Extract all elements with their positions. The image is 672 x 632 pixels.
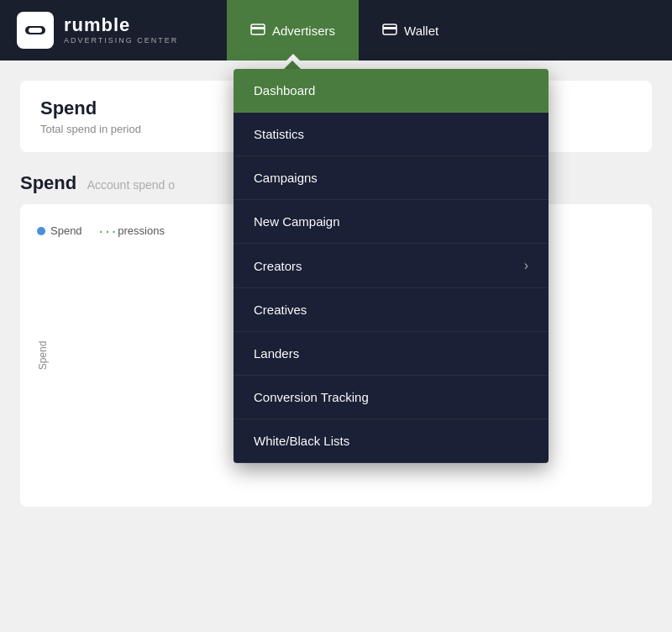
dropdown-overlay: Dashboard Statistics Campaigns New Campa…	[234, 61, 549, 463]
legend-spend: Spend	[37, 224, 82, 237]
legend-impressions-label: pressions	[118, 224, 165, 237]
dropdown-item-campaigns[interactable]: Campaigns	[234, 156, 549, 200]
new-campaign-label: New Campaign	[254, 214, 340, 229]
rumble-logo-icon	[17, 12, 54, 49]
creatives-label: Creatives	[254, 303, 307, 317]
dropdown-menu: Dashboard Statistics Campaigns New Campa…	[234, 69, 549, 463]
dropdown-item-white-black-lists[interactable]: White/Black Lists	[234, 419, 549, 463]
conversion-tracking-label: Conversion Tracking	[254, 390, 369, 404]
svg-rect-4	[251, 27, 265, 29]
logo-name: rumble	[64, 16, 178, 34]
nav-tab-advertisers[interactable]: Advertisers	[227, 0, 359, 61]
svg-rect-2	[29, 28, 42, 33]
dropdown-item-conversion-tracking[interactable]: Conversion Tracking	[234, 376, 549, 419]
dashboard-label: Dashboard	[254, 83, 315, 97]
credit-card-icon-advertisers	[250, 24, 265, 38]
dropdown-item-creatives[interactable]: Creatives	[234, 288, 549, 332]
section-subtitle: Account spend o	[87, 178, 175, 192]
landers-label: Landers	[254, 346, 299, 361]
svg-rect-6	[383, 27, 396, 29]
creators-label: Creators	[254, 259, 302, 273]
campaigns-label: Campaigns	[254, 171, 318, 185]
logo-subtitle: ADVERTISING CENTER	[64, 36, 178, 45]
advertisers-tab-label: Advertisers	[272, 24, 335, 38]
wallet-tab-label: Wallet	[404, 24, 438, 38]
logo-text: rumble ADVERTISING CENTER	[64, 16, 178, 45]
dropdown-item-creators[interactable]: Creators ›	[234, 244, 549, 288]
y-axis-label: Spend	[37, 341, 49, 371]
section-title: Spend	[20, 172, 76, 193]
legend-impressions: ··· pressions	[99, 221, 165, 240]
impressions-dots: ···	[99, 221, 118, 240]
logo-area: rumble ADVERTISING CENTER	[0, 12, 227, 49]
dropdown-item-new-campaign[interactable]: New Campaign	[234, 200, 549, 244]
top-navigation: rumble ADVERTISING CENTER Advertisers Wa…	[0, 0, 672, 61]
dropdown-item-dashboard[interactable]: Dashboard	[234, 69, 549, 113]
legend-spend-label: Spend	[50, 224, 82, 237]
dropdown-arrow	[284, 61, 301, 69]
chevron-right-icon: ›	[524, 258, 528, 273]
white-black-lists-label: White/Black Lists	[254, 434, 349, 448]
spend-dot	[37, 227, 45, 235]
dropdown-item-statistics[interactable]: Statistics	[234, 113, 549, 156]
nav-tab-wallet[interactable]: Wallet	[359, 0, 462, 61]
dropdown-item-landers[interactable]: Landers	[234, 332, 549, 376]
credit-card-icon-wallet	[382, 24, 397, 38]
nav-tabs: Advertisers Wallet	[227, 0, 462, 61]
statistics-label: Statistics	[254, 127, 304, 141]
